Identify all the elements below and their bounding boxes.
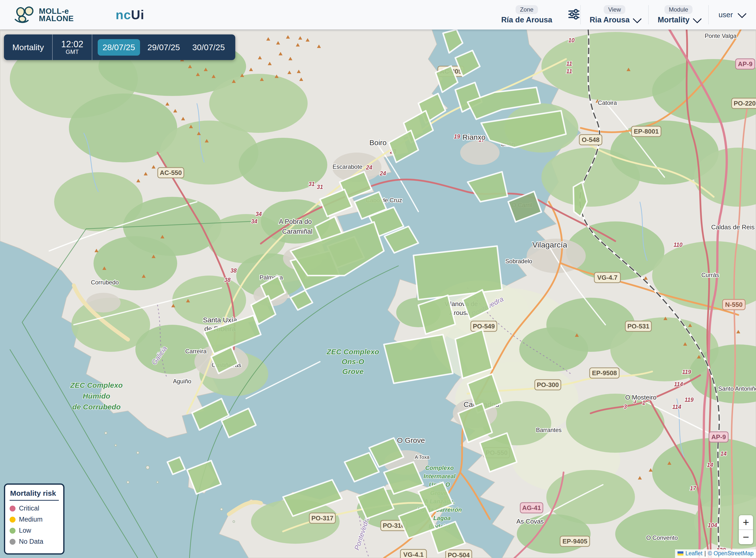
svg-text:Corrubedo: Corrubedo (91, 279, 119, 286)
chevron-down-icon (633, 14, 642, 23)
svg-text:VG-4.7: VG-4.7 (597, 274, 618, 281)
svg-text:Escarabote: Escarabote (332, 163, 362, 170)
svg-text:EP-9508: EP-9508 (592, 369, 617, 377)
svg-text:Currás: Currás (701, 272, 719, 278)
nodata-dot-icon (9, 539, 16, 545)
svg-text:110: 110 (674, 242, 683, 248)
view-dropdown[interactable]: View Ria Arousa (581, 5, 649, 24)
zone-control[interactable]: Zone Ría de Arousa (493, 5, 561, 24)
svg-text:Carreira: Carreira (185, 348, 207, 355)
brand-logo-icon (14, 5, 34, 24)
view-label: View (604, 5, 625, 14)
svg-text:ZEC Complexo: ZEC Complexo (70, 381, 123, 389)
svg-text:31: 31 (308, 181, 315, 187)
date-tab-2[interactable]: 29/07/25 (143, 39, 185, 56)
svg-text:O Convento: O Convento (646, 534, 678, 541)
ukraine-flag-icon (678, 551, 683, 556)
legend-item-low: Low (9, 527, 59, 534)
svg-text:Rianxo: Rianxo (462, 133, 485, 141)
svg-text:Complexo: Complexo (425, 464, 454, 471)
svg-text:Santo Antoniño: Santo Antoniño (719, 385, 756, 392)
svg-text:O Mosteiro: O Mosteiro (625, 394, 656, 401)
svg-text:31: 31 (317, 184, 323, 190)
svg-text:10: 10 (568, 37, 575, 44)
legend-title: Mortality risk (10, 489, 59, 498)
timezone-label: GMT (66, 49, 79, 55)
app-window: MOLL-e MALONE ncUi Zone Ría de Arousa Vi… (0, 0, 756, 558)
date-tab-1[interactable]: 28/07/25 (98, 39, 140, 56)
leaflet-link[interactable]: Leaflet (685, 550, 702, 557)
user-menu[interactable]: user (709, 10, 756, 19)
legend-item-nodata: No Data (9, 538, 59, 546)
module-dropdown[interactable]: Module Mortality (649, 5, 708, 24)
svg-text:Aguiño: Aguiño (173, 378, 192, 384)
svg-text:PO-549: PO-549 (473, 323, 495, 330)
time-value: 12:02 (61, 40, 83, 49)
chevron-down-icon (692, 14, 702, 23)
svg-text:3: 3 (624, 404, 627, 410)
filters-icon[interactable] (568, 8, 580, 22)
svg-text:Catoira: Catoira (598, 99, 617, 106)
svg-text:17: 17 (690, 485, 697, 491)
user-name: user (719, 10, 733, 19)
svg-text:ZEC Complexo: ZEC Complexo (326, 348, 379, 356)
svg-text:Vilagarcía: Vilagarcía (532, 240, 567, 249)
svg-text:34: 34 (255, 211, 262, 217)
svg-text:VG-4.1: VG-4.1 (403, 551, 424, 558)
svg-text:Caldas de Reis: Caldas de Reis (711, 223, 755, 231)
module-value: Mortality (658, 16, 689, 24)
svg-text:Ons-O: Ons-O (342, 357, 364, 365)
svg-text:AC-550: AC-550 (160, 169, 182, 176)
svg-text:Sobradelo: Sobradelo (505, 258, 532, 264)
svg-text:N-550: N-550 (725, 301, 743, 308)
brand: MOLL-e MALONE (14, 5, 74, 24)
svg-text:PO-531: PO-531 (627, 323, 650, 330)
legend-item-medium: Medium (9, 516, 59, 523)
date-tab-3[interactable]: 30/07/25 (187, 39, 230, 56)
svg-text:EP-9405: EP-9405 (562, 538, 587, 545)
svg-text:PO-300: PO-300 (537, 381, 559, 388)
brand-name: MOLL-e MALONE (39, 7, 74, 22)
svg-text:119: 119 (682, 369, 691, 375)
svg-text:11: 11 (566, 60, 572, 67)
module-label: Module (664, 5, 693, 14)
osm-link[interactable]: © OpenStreetMap (708, 550, 754, 557)
svg-text:PO-317: PO-317 (311, 514, 333, 522)
svg-text:24: 24 (379, 170, 386, 177)
svg-text:38: 38 (230, 268, 237, 274)
svg-text:AG-41: AG-41 (522, 504, 541, 511)
zone-label: Zone (515, 5, 538, 14)
zoom-in-button[interactable]: + (739, 515, 753, 530)
zoom-out-button[interactable]: − (739, 530, 753, 544)
svg-text:11: 11 (566, 68, 572, 75)
chevron-down-icon (737, 9, 747, 18)
svg-text:Ponte Valga: Ponte Valga (705, 32, 737, 39)
svg-text:Caramiñal: Caramiñal (282, 228, 312, 235)
map-attribution: Leaflet | © OpenStreetMap (675, 550, 756, 558)
svg-text:38: 38 (224, 277, 231, 283)
zone-value: Ría de Arousa (501, 16, 552, 24)
svg-text:PO-220: PO-220 (734, 100, 756, 107)
product-logo: ncUi (116, 7, 145, 22)
svg-text:PO-504: PO-504 (448, 551, 470, 558)
svg-text:114: 114 (674, 381, 683, 387)
svg-text:19: 19 (454, 133, 460, 140)
svg-text:Húmido: Húmido (83, 392, 110, 400)
legend-item-critical: Critical (9, 505, 59, 512)
map-canvas[interactable]: AC-305AC-550PO-220AP-9EP-8001O-548VG-4.7… (0, 29, 756, 558)
mortality-toolbar: Mortality 12:02 GMT 28/07/25 29/07/25 30… (4, 34, 235, 60)
toolbar-time: 12:02 GMT (52, 34, 92, 60)
svg-text:O-548: O-548 (582, 136, 600, 144)
svg-text:de Corrubedo: de Corrubedo (72, 403, 121, 411)
svg-text:A Toxa: A Toxa (415, 454, 430, 460)
svg-text:14: 14 (707, 462, 713, 468)
svg-text:AP-9: AP-9 (711, 433, 726, 441)
map-zoom-control: + − (739, 515, 753, 544)
svg-text:34: 34 (251, 218, 257, 225)
low-dot-icon (9, 528, 16, 534)
svg-text:104: 104 (708, 522, 717, 529)
mortality-risk-legend: Mortality risk Critical Medium Low No Da… (4, 483, 65, 555)
svg-text:As Covas: As Covas (516, 518, 544, 525)
svg-text:119: 119 (685, 397, 694, 403)
toolbar-title: Mortality (4, 34, 52, 60)
